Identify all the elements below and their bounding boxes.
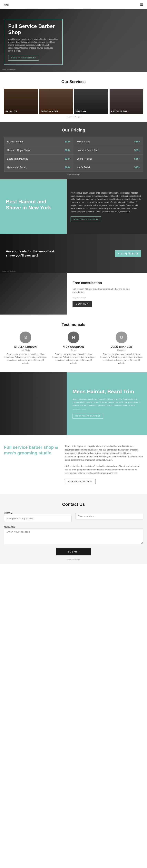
pricing-price-3: $55+: [134, 149, 140, 152]
pricing-name-4: Beard Trim Machine: [7, 157, 28, 160]
testimonial-text-0: Proin congue ipsum augue blandit tincidu…: [4, 353, 47, 365]
pricing-grid: Regular Haircut $34+ Royal Shave $35+ Ha…: [4, 137, 143, 172]
pricing-title: Our Pricing: [4, 128, 143, 133]
testimonial-2: O OLEG CHANDER Customer Proin congue ips…: [100, 332, 143, 365]
contact-grid: PHONE: [4, 512, 143, 522]
consultation-description: Get in touch with our expert barbers for…: [73, 287, 141, 294]
pricing-price-6: $60+: [65, 166, 70, 169]
hero-credit: Image from Freepik: [2, 69, 16, 70]
service-label-beard: BEARD & MORE: [41, 111, 58, 113]
services-grid: HAIRCUTS BEARD & MORE SHAVING RAZOR BLAD…: [4, 89, 143, 114]
pricing-row-6: Haircut and Facial $60+: [4, 163, 73, 172]
shave-section: Are you ready for the smoothest shave yo…: [0, 234, 147, 273]
pricing-name-0: Regular Haircut: [7, 140, 23, 143]
service-card-haircuts[interactable]: HAIRCUTS: [4, 89, 38, 114]
best-right: Proin congue ipsum augue blandit tincidu…: [67, 179, 147, 234]
pricing-name-7: Men's Facial: [77, 166, 90, 169]
service-card-shaving[interactable]: SHAVING: [74, 89, 108, 114]
testimonials-section: Testimonials S STELLA LONDON Hair Stylis…: [0, 314, 147, 372]
consultation-book-button[interactable]: BOOK NOW: [73, 301, 92, 307]
services-section: Our Services HAIRCUTS BEARD & MORE SHAVI…: [0, 72, 147, 122]
mens-credit: Image from Freepik: [73, 408, 141, 410]
pricing-row-3: Haircut + Beard Trim $55+: [73, 146, 143, 155]
contact-name-input[interactable]: [75, 513, 143, 520]
contact-phone-input[interactable]: [4, 515, 72, 522]
pricing-name-3: Haircut + Beard Trim: [77, 149, 98, 152]
hero-image: [66, 9, 147, 72]
pricing-section: Our Pricing Regular Haircut $34+ Royal S…: [0, 122, 147, 179]
services-credit: Image from Freepik: [4, 116, 143, 118]
consultation-title: Free consultation: [73, 281, 141, 285]
service-card-beard[interactable]: BEARD & MORE: [39, 89, 73, 114]
testimonial-avatar-0: S: [20, 332, 31, 343]
contact-message-label: MESSAGE: [4, 526, 16, 528]
testimonial-name-2: OLEG CHANDER: [100, 346, 143, 348]
contact-submit-area: SUBMIT: [4, 548, 143, 555]
pricing-row-4: Beard Trim Machine $23+: [4, 155, 73, 163]
best-left: Best Haircut and Shave in New York: [0, 179, 67, 234]
pricing-price-0: $34+: [65, 140, 70, 143]
service-label-haircuts: HAIRCUTS: [5, 111, 17, 113]
mens-image: [0, 372, 67, 435]
mens-title: Mens Haircut, Beard Trim: [73, 389, 141, 395]
testimonial-role-1: Barber: [52, 349, 95, 351]
mens-image-person: [0, 372, 67, 435]
pricing-price-7: $35+: [134, 166, 140, 169]
service-label-razor: RAZOR BLADE: [111, 111, 128, 113]
fullservice-title: Full service barber shop & men's groomin…: [4, 445, 59, 456]
contact-message-field: MESSAGE: [4, 525, 143, 545]
consultation-content: Free consultation Get in touch with our …: [67, 273, 147, 314]
mens-content: Mens Haircut, Beard Trim Amet luctus ven…: [67, 372, 147, 435]
shave-phone-button[interactable]: +1 (777) 787 87 78: [115, 250, 141, 257]
testimonial-name-0: STELLA LONDON: [4, 346, 47, 348]
testimonial-1: N NICK GOODMAN Barber Proin congue ipsum…: [52, 332, 95, 365]
contact-section: Contact Us PHONE MESSAGE SUBMIT Image fr…: [0, 494, 147, 564]
testimonials-grid: S STELLA LONDON Hair Stylist Proin congu…: [4, 332, 143, 365]
pricing-row-1: Royal Shave $35+: [73, 137, 143, 146]
pricing-row-2: Haircut + Royal Shave $60+: [4, 146, 73, 155]
hamburger-menu[interactable]: ☰: [140, 2, 143, 7]
shave-text: Are you ready for the smoothest shave yo…: [6, 249, 57, 258]
testimonial-name-1: NICK GOODMAN: [52, 346, 95, 348]
pricing-row-5: Beard + Facial $55+: [73, 155, 143, 163]
pricing-row-7: Men's Facial $35+: [73, 163, 143, 172]
consultation-image-overlay: [0, 273, 67, 314]
mens-book-button[interactable]: BOOK AN APPOINTMENT: [73, 413, 103, 418]
service-card-razor[interactable]: RAZOR BLADE: [109, 89, 143, 114]
hero-description: Amet luctus venenatis lectus magna fring…: [8, 38, 58, 52]
shave-credit: Image from Freepik: [2, 270, 16, 272]
hero-title: Full Service Barber Shop: [8, 23, 58, 35]
fullservice-book-button[interactable]: BOOK AN APPOINTMENT: [65, 479, 95, 484]
contact-phone-field: PHONE: [4, 512, 72, 522]
best-book-button[interactable]: BOOK AN APPOINTMENT: [71, 216, 101, 222]
testimonial-text-2: Proin congue ipsum augue blandit tincidu…: [100, 353, 143, 365]
pricing-price-4: $23+: [65, 157, 70, 160]
fullservice-section: Full service barber shop & men's groomin…: [0, 435, 147, 494]
pricing-name-2: Haircut + Royal Shave: [7, 149, 30, 152]
mens-section: Mens Haircut, Beard Trim Amet luctus ven…: [0, 372, 147, 435]
service-label-shaving: SHAVING: [76, 111, 86, 113]
hero-book-button[interactable]: BOOK AN APPOINTMENT: [8, 55, 39, 61]
contact-phone-label: PHONE: [4, 512, 72, 514]
contact-credit: Image from Freepik: [4, 559, 143, 560]
consultation-image: [0, 273, 67, 314]
hero-box: Full Service Barber Shop Amet luctus ven…: [4, 19, 63, 65]
consultation-section: Free consultation Get in touch with our …: [0, 273, 147, 314]
contact-message-input[interactable]: [4, 528, 143, 544]
pricing-price-5: $55+: [134, 157, 140, 160]
pricing-credit: Image from Freepik: [4, 174, 143, 176]
best-title: Best Haircut and Shave in New York: [6, 199, 61, 211]
pricing-row-0: Regular Haircut $34+: [4, 137, 73, 146]
testimonial-0: S STELLA LONDON Hair Stylist Proin congu…: [4, 332, 47, 365]
testimonial-text-1: Proin congue ipsum augue blandit tincidu…: [52, 353, 95, 365]
pricing-price-2: $60+: [65, 149, 70, 152]
services-title: Our Services: [4, 80, 143, 84]
contact-name-field: [75, 512, 143, 522]
contact-submit-button[interactable]: SUBMIT: [56, 548, 91, 555]
best-section: Best Haircut and Shave in New York Proin…: [0, 179, 147, 234]
fullservice-para1: Aliquip deleniti praesent sagittis ullam…: [65, 445, 143, 462]
shave-content: Are you ready for the smoothest shave yo…: [6, 249, 57, 258]
testimonial-role-0: Hair Stylist: [4, 349, 47, 351]
contact-title: Contact Us: [4, 502, 143, 507]
testimonial-avatar-2: O: [116, 332, 127, 343]
